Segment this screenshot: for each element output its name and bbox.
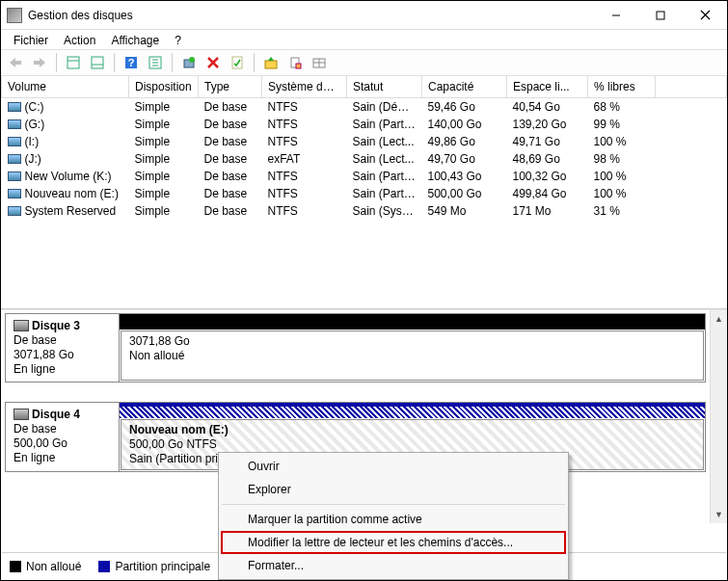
disk4-state: En ligne [13, 451, 55, 464]
menu-action[interactable]: Action [57, 32, 102, 49]
cell-name: (I:) [2, 133, 129, 150]
menu-help[interactable]: ? [168, 32, 188, 49]
menu-view[interactable]: Affichage [104, 32, 166, 49]
svg-rect-22 [232, 57, 242, 68]
scroll-up-icon[interactable]: ▲ [711, 310, 727, 328]
disk3-type: De base [13, 333, 57, 347]
disk-icon [13, 409, 29, 420]
svg-rect-10 [92, 57, 103, 68]
window-title: Gestion des disques [28, 9, 133, 22]
svg-marker-24 [268, 57, 274, 61]
ctx-change-drive-letter[interactable]: Modifier la lettre de lecteur et les che… [221, 531, 566, 554]
cell-fs: NTFS [262, 185, 347, 202]
cell-layout: Simple [129, 185, 199, 202]
disk4-label: Disque 4 De base 500,00 Go En ligne [6, 403, 120, 471]
volume-header-row: Volume Disposition Type Système de ... S… [2, 76, 727, 97]
ctx-format[interactable]: Formater... [221, 554, 566, 577]
swatch-blue-icon [98, 561, 110, 572]
disk4-part-line2: 500,00 Go NTFS [129, 437, 217, 451]
minimize-button[interactable] [594, 1, 638, 29]
table-row[interactable]: (J:)SimpleDe baseexFATSain (Lect...49,70… [2, 150, 727, 168]
action3-button[interactable] [309, 52, 330, 73]
table-row[interactable]: New Volume (K:)SimpleDe baseNTFSSain (Pa… [2, 168, 727, 185]
settings-button[interactable] [145, 52, 166, 73]
disk-row-3[interactable]: Disque 3 De base 3071,88 Go En ligne 307… [5, 313, 706, 383]
action2-button[interactable] [284, 52, 306, 73]
col-status[interactable]: Statut [347, 76, 422, 97]
cell-name: New Volume (K:) [2, 168, 129, 185]
scroll-down-icon[interactable]: ▼ [711, 506, 727, 523]
cell-type: De base [199, 97, 262, 116]
table-row[interactable]: (C:)SimpleDe baseNTFSSain (Dém...59,46 G… [2, 97, 727, 116]
col-type[interactable]: Type [199, 76, 262, 97]
legend-unallocated: Non alloué [10, 560, 81, 573]
col-spacer [656, 76, 727, 97]
ctx-explore[interactable]: Explorer [221, 478, 566, 501]
cell-free: 49,71 Go [507, 133, 588, 150]
table-row[interactable]: (G:)SimpleDe baseNTFSSain (Parti...140,0… [2, 116, 727, 133]
drive-icon [8, 137, 21, 146]
disk3-size: 3071,88 Go [13, 348, 74, 361]
cell-type: De base [199, 116, 262, 133]
delete-button[interactable] [202, 52, 224, 73]
cell-cap: 49,86 Go [422, 133, 507, 150]
disk3-partition[interactable]: 3071,88 Go Non alloué [121, 330, 704, 381]
drive-icon [8, 154, 21, 164]
table-row[interactable]: (I:)SimpleDe baseNTFSSain (Lect...49,86 … [2, 133, 727, 150]
cell-fs: NTFS [262, 202, 347, 220]
cell-layout: Simple [129, 116, 199, 133]
view-top-button[interactable] [63, 52, 84, 73]
col-volume[interactable]: Volume [2, 76, 129, 97]
close-button[interactable] [683, 1, 727, 29]
col-pctfree[interactable]: % libres [588, 76, 656, 97]
disk4-primary-bar [120, 403, 705, 418]
cell-pct: 98 % [588, 150, 656, 168]
cell-type: De base [199, 133, 262, 150]
col-free[interactable]: Espace li... [507, 76, 588, 97]
vertical-scrollbar[interactable]: ▲ ▼ [710, 310, 727, 523]
back-button[interactable] [5, 52, 26, 73]
cell-status: Sain (Systè... [347, 202, 422, 220]
view-bottom-button[interactable] [87, 52, 108, 73]
cell-cap: 100,43 Go [422, 168, 507, 185]
titlebar: Gestion des disques [1, 1, 727, 30]
col-capacity[interactable]: Capacité [422, 76, 507, 97]
table-row[interactable]: Nouveau nom (E:)SimpleDe baseNTFSSain (P… [2, 185, 727, 202]
drive-icon [8, 172, 21, 181]
svg-point-19 [189, 57, 195, 63]
col-fs[interactable]: Système de ... [262, 76, 347, 97]
help-button[interactable]: ? [121, 52, 142, 73]
cell-type: De base [199, 168, 262, 185]
cell-cap: 49,70 Go [422, 150, 507, 168]
disk4-part-title: Nouveau nom (E:) [129, 423, 229, 436]
drive-icon [8, 189, 21, 198]
cell-fs: NTFS [262, 133, 347, 150]
ctx-sep [222, 504, 565, 505]
legend-primary: Partition principale [98, 560, 210, 573]
cell-pct: 100 % [588, 185, 656, 202]
action1-button[interactable] [260, 52, 282, 73]
disk4-type: De base [13, 422, 57, 436]
cell-layout: Simple [129, 168, 199, 185]
ctx-open[interactable]: Ouvrir [221, 455, 566, 478]
cell-cap: 549 Mo [422, 202, 507, 220]
disk3-part-size: 3071,88 Go [129, 334, 190, 348]
cell-status: Sain (Dém... [347, 97, 422, 116]
ctx-mark-active[interactable]: Marquer la partition comme active [221, 508, 566, 531]
refresh-button[interactable] [178, 52, 200, 73]
drive-icon [8, 102, 21, 112]
forward-button[interactable] [29, 52, 50, 73]
menu-file[interactable]: Fichier [7, 32, 55, 49]
cell-free: 40,54 Go [507, 97, 588, 116]
maximize-button[interactable] [638, 1, 683, 29]
cell-layout: Simple [129, 133, 199, 150]
cell-pct: 68 % [588, 97, 656, 116]
table-row[interactable]: System ReservedSimpleDe baseNTFSSain (Sy… [2, 202, 727, 220]
col-layout[interactable]: Disposition [129, 76, 199, 97]
properties-button[interactable] [227, 52, 248, 73]
cell-fs: NTFS [262, 97, 347, 116]
svg-rect-26 [296, 64, 301, 68]
cell-fs: exFAT [262, 150, 347, 168]
cell-pct: 100 % [588, 133, 656, 150]
cell-cap: 500,00 Go [422, 185, 507, 202]
